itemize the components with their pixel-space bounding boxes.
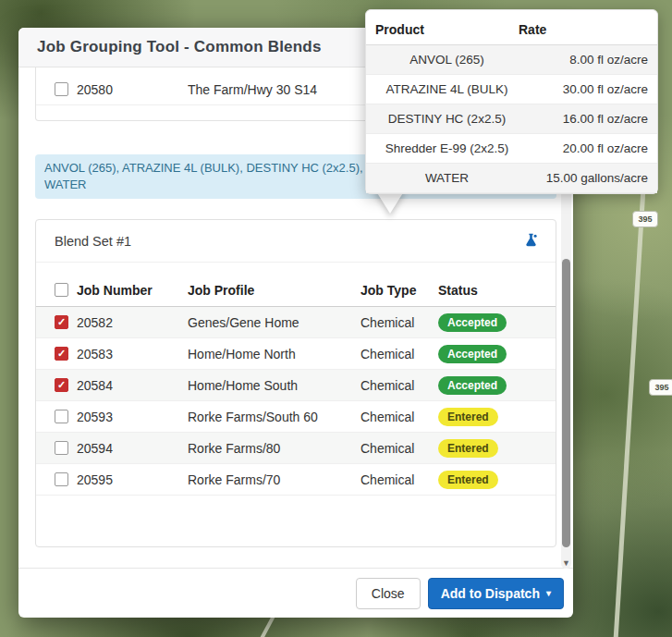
product-cell: ATRAZINE 4L (BULK): [375, 82, 519, 96]
job-type-cell: Chemical: [360, 347, 438, 361]
status-badge: Accepted: [438, 313, 507, 332]
job-number-cell: 20593: [77, 410, 188, 424]
job-profile-cell: Genes/Gene Home: [188, 315, 360, 330]
select-all-checkbox[interactable]: [55, 283, 68, 297]
job-type-cell: Chemical: [360, 315, 438, 330]
product-cell: WATER: [375, 171, 519, 185]
job-number-cell: 20582: [77, 315, 188, 330]
row-checkbox[interactable]: [55, 441, 68, 455]
job-type-cell: Chemical: [360, 441, 438, 456]
col-job-number: Job Number: [77, 283, 188, 298]
row-checkbox[interactable]: [55, 347, 68, 361]
job-row: 20583 Home/Home North Chemical Accepted: [36, 338, 556, 370]
rate-row: ATRAZINE 4L (BULK) 30.00 fl oz/acre: [366, 75, 657, 104]
row-checkbox[interactable]: [55, 472, 68, 486]
route-shield-395: 395: [632, 211, 658, 227]
col-product: Product: [375, 22, 519, 37]
job-profile-cell: Rorke Farms/80: [188, 441, 360, 456]
rate-popover-header: Product Rate: [366, 15, 657, 45]
rate-row: ANVOL (265) 8.00 fl oz/acre: [366, 45, 657, 75]
blend-rates-button[interactable]: [521, 230, 541, 252]
rate-row: DESTINY HC (2x2.5) 16.00 fl oz/acre: [366, 104, 657, 134]
add-to-dispatch-label: Add to Dispatch: [441, 586, 540, 601]
blend-set-title: Blend Set #1: [55, 234, 131, 249]
job-row: 20595 Rorke Farms/70 Chemical Entered: [36, 464, 556, 496]
job-type-cell: Chemical: [360, 410, 438, 424]
product-cell: ANVOL (265): [375, 53, 519, 67]
job-number-cell: 20580: [77, 82, 188, 97]
rate-cell: 15.00 gallons/acre: [519, 171, 648, 185]
status-badge: Entered: [438, 408, 498, 426]
rate-cell: 30.00 fl oz/acre: [519, 82, 648, 96]
scrollbar-thumb[interactable]: [562, 259, 570, 547]
status-badge: Accepted: [438, 345, 507, 363]
row-checkbox[interactable]: [55, 82, 68, 96]
job-table: Job Number Job Profile Job Type Status 2…: [36, 274, 556, 496]
job-profile-cell: Rorke Farms/70: [188, 472, 360, 487]
job-table-header: Job Number Job Profile Job Type Status: [36, 274, 556, 307]
job-profile-cell: Rorke Farms/South 60: [188, 410, 360, 424]
row-checkbox[interactable]: [55, 410, 68, 423]
blend-set-card: Blend Set #1 Job Number: [35, 219, 556, 547]
job-profile-cell: The Farm/Hwy 30 S14: [188, 82, 360, 97]
add-to-dispatch-button[interactable]: Add to Dispatch ▾: [428, 578, 564, 609]
rate-cell: 20.00 fl oz/acre: [519, 141, 648, 155]
status-badge: Entered: [438, 471, 498, 489]
job-row: 20593 Rorke Farms/South 60 Chemical Ente…: [36, 401, 556, 433]
job-number-cell: 20584: [77, 378, 188, 393]
rate-row: WATER 15.00 gallons/acre: [366, 164, 657, 193]
job-number-cell: 20594: [77, 441, 188, 456]
job-number-cell: 20583: [77, 347, 188, 361]
job-type-cell: Chemical: [360, 378, 438, 393]
job-row: 20584 Home/Home South Chemical Accepted: [36, 370, 556, 401]
rate-row: Shredder E-99 (2x2.5) 20.00 fl oz/acre: [366, 134, 657, 164]
job-row: 20582 Genes/Gene Home Chemical Accepted: [36, 307, 556, 338]
flask-icon: [523, 232, 539, 251]
rate-popover: Product Rate ANVOL (265) 8.00 fl oz/acre…: [365, 9, 658, 194]
job-type-cell: Chemical: [360, 472, 438, 487]
col-job-type: Job Type: [360, 283, 438, 298]
rate-cell: 16.00 fl oz/acre: [519, 112, 648, 126]
job-number-cell: 20595: [77, 472, 188, 487]
col-status: Status: [438, 283, 537, 298]
blend-set-header: Blend Set #1: [36, 220, 556, 263]
job-profile-cell: Home/Home North: [188, 347, 360, 361]
row-checkbox[interactable]: [55, 378, 68, 392]
close-button[interactable]: Close: [356, 578, 421, 609]
modal-title: Job Grouping Tool - Common Blends: [37, 38, 322, 56]
col-job-profile: Job Profile: [188, 283, 360, 298]
job-row: 20594 Rorke Farms/80 Chemical Entered: [36, 433, 556, 464]
job-profile-cell: Home/Home South: [188, 378, 360, 393]
scrollbar-down-arrow-icon[interactable]: ▼: [561, 558, 571, 568]
product-cell: Shredder E-99 (2x2.5): [375, 141, 519, 155]
modal-footer: Close Add to Dispatch ▾: [18, 568, 573, 618]
chevron-down-icon: ▾: [546, 589, 551, 598]
col-rate: Rate: [519, 22, 648, 37]
row-checkbox[interactable]: [55, 315, 68, 329]
map-road: [613, 180, 646, 637]
product-cell: DESTINY HC (2x2.5): [375, 112, 519, 126]
route-shield-395: 395: [649, 379, 672, 396]
rate-cell: 8.00 fl oz/acre: [519, 53, 648, 67]
status-badge: Entered: [438, 439, 498, 458]
screen: 395 395 Job Grouping Tool - Common Blend…: [0, 0, 672, 637]
status-badge: Accepted: [438, 376, 507, 395]
